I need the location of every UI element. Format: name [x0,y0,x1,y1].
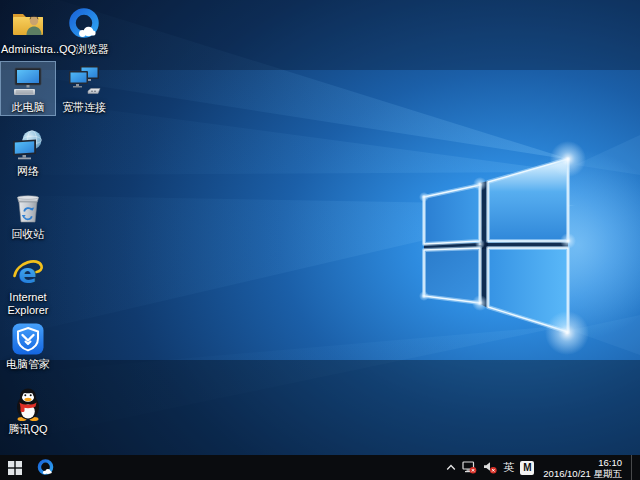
desktop[interactable]: Administra... QQ浏览器 [0,0,640,480]
desktop-icon-label: 回收站 [1,228,55,241]
volume-tray-icon[interactable] [483,455,497,480]
show-hidden-icons-chevron[interactable] [446,455,456,480]
desktop-icon-broadband[interactable]: 宽带连接 [57,64,111,114]
volume-muted-icon [483,461,497,474]
qq-browser-icon [66,6,102,42]
taskbar-clock[interactable]: 16:10 2016/10/21 星期五 [540,457,625,479]
desktop-icon-label: 此电脑 [1,101,55,114]
chevron-up-icon [446,464,456,471]
this-pc-icon [10,64,46,100]
clock-time: 16:10 [543,457,622,468]
internet-explorer-icon: e [10,254,46,290]
user-folder-icon [10,6,46,42]
recycle-bin-icon [10,191,46,227]
ime-mode-badge[interactable]: M [520,461,534,475]
desktop-icon-label: 电脑管家 [1,358,55,371]
pc-manager-shield-icon [10,321,46,357]
desktop-icon-label: 腾讯QQ [1,423,55,436]
show-desktop-button[interactable] [631,455,637,480]
desktop-icon-label: 宽带连接 [57,101,111,114]
desktop-icon-label: Explorer [1,304,55,317]
start-button[interactable] [0,455,30,480]
qq-penguin-icon [10,386,46,422]
broadband-connection-icon [66,64,102,100]
system-tray: 英 M 16:10 2016/10/21 星期五 [446,455,637,480]
desktop-icon-pc-manager[interactable]: 电脑管家 [1,321,55,371]
desktop-icon-label: Internet [1,291,55,304]
desktop-icon-user-folder[interactable]: Administra... [1,6,55,56]
clock-date: 2016/10/21 星期五 [543,468,622,479]
desktop-icon-label: QQ浏览器 [57,43,111,56]
svg-text:e: e [19,258,37,289]
taskbar-app-qq-browser[interactable] [30,455,60,480]
network-status-tray-icon[interactable] [462,455,477,480]
desktop-icon-network[interactable]: 网络 [1,128,55,178]
desktop-icon-recycle-bin[interactable]: 回收站 [1,191,55,241]
qq-browser-icon [36,458,55,477]
desktop-icon-this-pc[interactable]: 此电脑 [1,64,55,114]
desktop-icon-tencent-qq[interactable]: 腾讯QQ [1,386,55,436]
network-icon [10,128,46,164]
network-disconnected-icon [462,461,477,474]
desktop-icon-qq-browser[interactable]: QQ浏览器 [57,6,111,56]
input-language-indicator[interactable]: 英 [503,460,514,475]
taskbar: 英 M 16:10 2016/10/21 星期五 [0,455,640,480]
desktop-icon-internet-explorer[interactable]: e Internet Explorer [1,254,55,317]
windows-logo-icon [8,461,22,475]
desktop-icon-label: Administra... [1,43,55,56]
desktop-icon-label: 网络 [1,165,55,178]
